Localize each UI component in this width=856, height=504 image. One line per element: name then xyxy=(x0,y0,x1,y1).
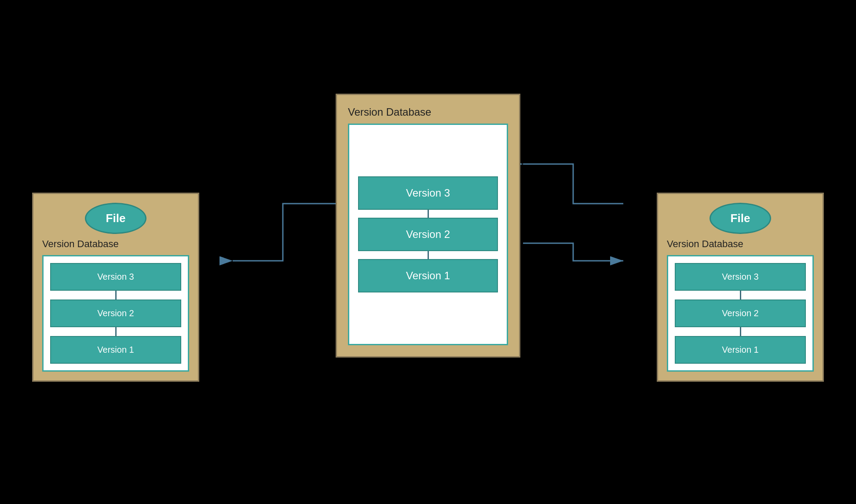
center-column: Version Database Version 3 Version 2 Ver… xyxy=(336,94,520,358)
left-connector-1 xyxy=(115,291,117,299)
center-version-3: Version 3 xyxy=(358,176,498,210)
right-file-label: File xyxy=(731,212,750,225)
left-db-label: Version Database xyxy=(42,238,119,250)
center-connector-2 xyxy=(428,251,429,259)
right-column: File Version Database Version 3 Version … xyxy=(657,193,824,382)
right-version-3: Version 3 xyxy=(675,263,806,291)
left-column: File Version Database Version 3 Version … xyxy=(32,193,199,382)
arrow-center-to-right xyxy=(523,243,623,261)
center-db-label: Version Database xyxy=(348,106,431,118)
arrow-center-to-left xyxy=(233,204,336,261)
right-connector-1 xyxy=(740,291,741,299)
right-db-box: File Version Database Version 3 Version … xyxy=(657,193,824,382)
right-version-1: Version 1 xyxy=(675,336,806,364)
center-connector-1 xyxy=(428,210,429,218)
diagram: File Version Database Version 3 Version … xyxy=(32,32,824,472)
arrow-right-to-center xyxy=(523,164,623,204)
left-connector-2 xyxy=(115,327,117,336)
center-inner-container: Version 3 Version 2 Version 1 xyxy=(348,124,508,345)
left-version-2: Version 2 xyxy=(50,299,181,327)
left-db-box: File Version Database Version 3 Version … xyxy=(32,193,199,382)
right-file-oval: File xyxy=(710,203,771,234)
right-db-label: Version Database xyxy=(667,238,743,250)
left-inner-container: Version 3 Version 2 Version 1 xyxy=(42,255,189,372)
center-version-1: Version 1 xyxy=(358,259,498,292)
right-connector-2 xyxy=(740,327,741,336)
left-version-3: Version 3 xyxy=(50,263,181,291)
right-inner-container: Version 3 Version 2 Version 1 xyxy=(667,255,814,372)
left-file-oval: File xyxy=(85,203,146,234)
right-version-2: Version 2 xyxy=(675,299,806,327)
left-file-label: File xyxy=(106,212,126,225)
left-version-1: Version 1 xyxy=(50,336,181,364)
center-db-box: Version Database Version 3 Version 2 Ver… xyxy=(336,94,520,358)
center-version-2: Version 2 xyxy=(358,218,498,251)
